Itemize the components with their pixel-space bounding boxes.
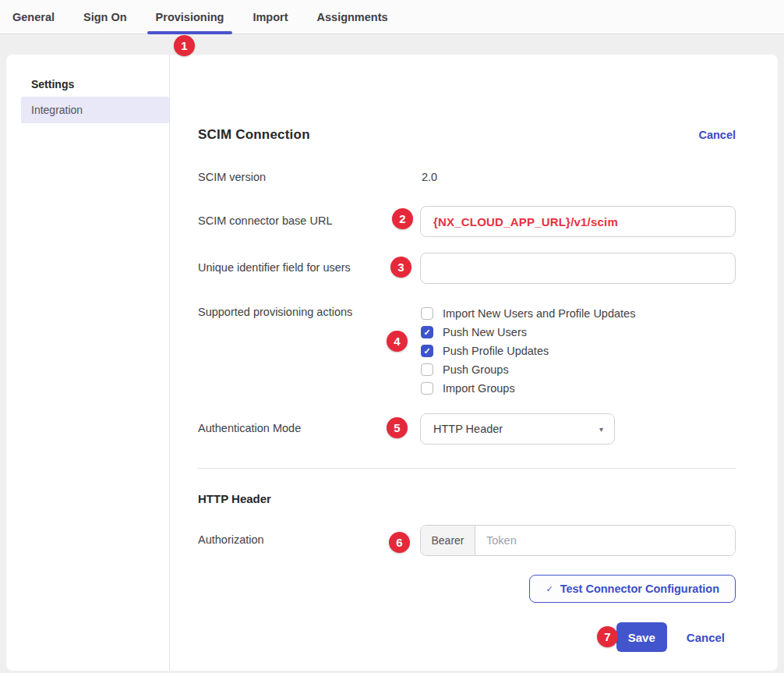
scim-version-label: SCIM version — [198, 171, 420, 183]
annotation-badge-4: 4 — [387, 331, 408, 352]
checkbox-row-push-profile-updates[interactable]: ✓ Push Profile Updates — [420, 342, 736, 360]
checkbox-import-users[interactable] — [421, 307, 433, 320]
checkbox-label: Push Profile Updates — [443, 345, 549, 357]
scim-version-value: 2.0 — [420, 171, 437, 183]
tab-provisioning[interactable]: Provisioning — [147, 0, 233, 34]
section-divider — [198, 468, 736, 469]
checkbox-label: Push New Users — [443, 326, 527, 338]
save-button[interactable]: Save — [616, 622, 667, 652]
annotation-badge-3: 3 — [390, 257, 411, 278]
sidebar-item-integration[interactable]: Integration — [21, 97, 169, 123]
provisioning-card: Settings Integration SCIM Connection Can… — [6, 55, 778, 671]
auth-mode-select[interactable]: HTTP Header ▾ — [420, 413, 615, 445]
checkbox-label: Push Groups — [443, 363, 509, 376]
checkbox-push-new-users[interactable]: ✓ — [421, 326, 433, 338]
cancel-link-bottom[interactable]: Cancel — [687, 631, 725, 644]
checkbox-label: Import Groups — [443, 382, 515, 395]
test-connector-configuration-label: Test Connector Configuration — [560, 583, 719, 595]
tab-import[interactable]: Import — [244, 0, 296, 34]
checkbox-import-groups[interactable] — [421, 382, 433, 395]
tab-general[interactable]: General — [4, 0, 63, 34]
scim-connection-form: SCIM Connection Cancel SCIM version 2.0 … — [170, 55, 778, 671]
tab-import-label: Import — [253, 11, 288, 23]
checkbox-label: Import New Users and Profile Updates — [443, 307, 635, 320]
checkbox-push-profile-updates[interactable]: ✓ — [421, 345, 433, 357]
auth-mode-selected-value: HTTP Header — [433, 423, 503, 435]
token-input[interactable] — [475, 526, 735, 555]
checkbox-push-groups[interactable] — [421, 363, 433, 376]
annotation-badge-7: 7 — [597, 626, 618, 647]
unique-id-input[interactable] — [420, 253, 736, 284]
annotation-badge-1: 1 — [174, 35, 195, 56]
checkbox-row-push-new-users[interactable]: ✓ Push New Users — [420, 323, 736, 342]
annotation-badge-6: 6 — [389, 532, 410, 553]
tab-sign-on[interactable]: Sign On — [75, 0, 136, 34]
http-header-section-title: HTTP Header — [198, 491, 736, 507]
cancel-link-top[interactable]: Cancel — [698, 129, 736, 141]
tab-active-underline — [147, 31, 233, 34]
authorization-input-group: Bearer — [420, 525, 736, 556]
settings-sidebar: Settings Integration — [6, 55, 170, 671]
tab-general-label: General — [12, 11, 55, 23]
app-tabbar: General Sign On Provisioning Import Assi… — [0, 0, 784, 34]
authorization-label: Authorization — [198, 525, 420, 546]
checkbox-row-import-users[interactable]: Import New Users and Profile Updates — [420, 304, 736, 323]
annotation-badge-2: 2 — [392, 208, 413, 229]
test-connector-configuration-button[interactable]: ✓ Test Connector Configuration — [529, 575, 736, 603]
checkbox-row-import-groups[interactable]: Import Groups — [420, 379, 736, 398]
page-title: SCIM Connection — [198, 127, 310, 143]
tab-assignments-label: Assignments — [317, 11, 388, 23]
base-url-label: SCIM connector base URL — [198, 206, 420, 227]
checkbox-row-push-groups[interactable]: Push Groups — [420, 360, 736, 379]
provisioning-actions-label: Supported provisioning actions — [198, 304, 420, 318]
annotation-badge-5: 5 — [387, 417, 408, 438]
bearer-prefix: Bearer — [421, 526, 475, 555]
tab-sign-on-label: Sign On — [83, 11, 127, 23]
unique-id-label: Unique identifier field for users — [198, 253, 420, 274]
tab-assignments[interactable]: Assignments — [309, 0, 397, 34]
check-icon: ✓ — [546, 584, 553, 594]
sidebar-heading: Settings — [31, 78, 169, 90]
tab-provisioning-label: Provisioning — [156, 11, 224, 23]
chevron-down-icon: ▾ — [599, 425, 603, 434]
base-url-input[interactable] — [420, 206, 736, 237]
